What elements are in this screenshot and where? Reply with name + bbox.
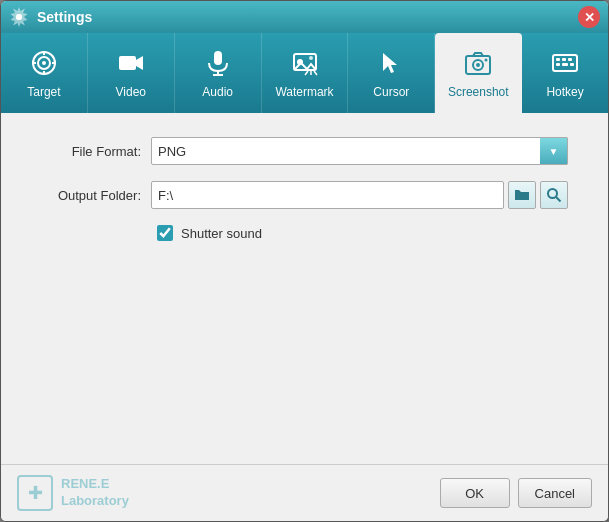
tab-screenshot-label: Screenshot <box>448 85 509 99</box>
logo-text-line1: RENE.E <box>61 476 129 493</box>
svg-line-30 <box>556 197 561 202</box>
shutter-sound-label[interactable]: Shutter sound <box>181 226 262 241</box>
logo-text-line2: Laboratory <box>61 493 129 510</box>
content-area: File Format: PNG JPG BMP GIF Output Fold… <box>1 113 608 464</box>
file-format-label: File Format: <box>41 144 141 159</box>
settings-icon <box>9 7 29 27</box>
tab-cursor-label: Cursor <box>373 85 409 99</box>
logo-icon: ✚ <box>17 475 53 511</box>
output-folder-control <box>151 181 568 209</box>
svg-rect-25 <box>568 58 572 61</box>
browse-folder-button[interactable] <box>508 181 536 209</box>
output-folder-row: Output Folder: <box>41 181 568 209</box>
close-button[interactable]: ✕ <box>578 6 600 28</box>
search-button[interactable] <box>540 181 568 209</box>
tab-audio-label: Audio <box>202 85 233 99</box>
svg-point-21 <box>485 59 488 62</box>
shutter-sound-row: Shutter sound <box>41 225 568 241</box>
output-folder-input[interactable] <box>151 181 504 209</box>
svg-point-4 <box>42 61 46 65</box>
logo: ✚ RENE.E Laboratory <box>17 475 432 511</box>
file-format-dropdown-wrapper: PNG JPG BMP GIF <box>151 137 568 165</box>
target-icon <box>30 49 58 81</box>
tab-target[interactable]: Target <box>1 33 88 113</box>
tab-hotkey-label: Hotkey <box>546 85 583 99</box>
tab-hotkey[interactable]: Hotkey <box>522 33 608 113</box>
watermark-icon <box>291 49 319 81</box>
settings-dialog: Settings ✕ Target <box>0 0 609 522</box>
title-bar: Settings ✕ <box>1 1 608 33</box>
cursor-icon <box>377 49 405 81</box>
file-format-row: File Format: PNG JPG BMP GIF <box>41 137 568 165</box>
output-folder-label: Output Folder: <box>41 188 141 203</box>
tab-video-label: Video <box>116 85 146 99</box>
video-icon <box>117 49 145 81</box>
svg-rect-23 <box>556 58 560 61</box>
audio-icon <box>204 49 232 81</box>
svg-point-16 <box>309 56 313 60</box>
svg-point-20 <box>476 63 480 67</box>
cancel-button[interactable]: Cancel <box>518 478 592 508</box>
window-title: Settings <box>37 9 578 25</box>
svg-rect-11 <box>214 51 222 65</box>
svg-marker-10 <box>136 56 143 70</box>
logo-text: RENE.E Laboratory <box>61 476 129 510</box>
svg-rect-27 <box>562 63 568 66</box>
screenshot-icon <box>464 49 492 81</box>
tab-cursor[interactable]: Cursor <box>348 33 435 113</box>
tab-screenshot[interactable]: Screenshot <box>435 33 522 113</box>
tab-watermark[interactable]: Watermark <box>262 33 349 113</box>
svg-rect-24 <box>562 58 566 61</box>
file-format-select[interactable]: PNG JPG BMP GIF <box>151 137 568 165</box>
tab-video[interactable]: Video <box>88 33 175 113</box>
tab-audio[interactable]: Audio <box>175 33 262 113</box>
svg-marker-17 <box>383 53 397 73</box>
svg-rect-9 <box>119 56 136 70</box>
svg-point-29 <box>548 189 557 198</box>
svg-point-1 <box>16 14 22 20</box>
ok-button[interactable]: OK <box>440 478 510 508</box>
hotkey-icon <box>551 49 579 81</box>
file-format-control: PNG JPG BMP GIF <box>151 137 568 165</box>
footer: ✚ RENE.E Laboratory OK Cancel <box>1 464 608 521</box>
shutter-sound-checkbox[interactable] <box>157 225 173 241</box>
tab-watermark-label: Watermark <box>275 85 333 99</box>
tab-target-label: Target <box>27 85 60 99</box>
svg-rect-28 <box>570 63 574 66</box>
svg-rect-26 <box>556 63 560 66</box>
tab-bar: Target Video Audio <box>1 33 608 113</box>
